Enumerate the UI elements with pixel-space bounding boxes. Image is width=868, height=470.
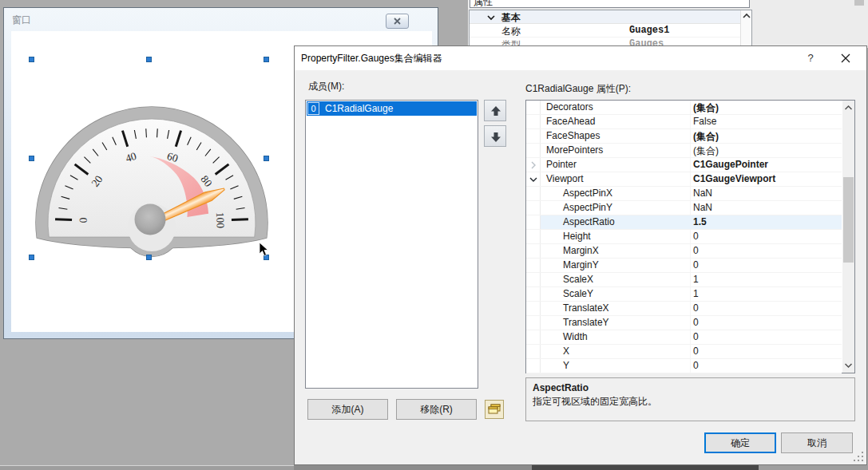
expander-collapsed-icon[interactable] [529, 161, 537, 169]
property-row[interactable]: MorePointers(集合) [526, 144, 842, 158]
property-row[interactable]: AspectPinYNaN [526, 201, 842, 215]
property-value: 0 [693, 331, 699, 342]
property-row[interactable]: ViewportC1GaugeViewport [526, 172, 842, 187]
properties-search-box[interactable]: 属性 [470, 0, 750, 8]
designer-window-title: 窗口 [12, 14, 31, 27]
property-name: Decorators [546, 101, 593, 113]
member-list-item[interactable]: 0 C1RadialGauge [307, 101, 477, 116]
selection-handle[interactable] [29, 255, 34, 260]
property-value: 1.5 [693, 216, 707, 227]
resize-grip[interactable] [854, 452, 865, 463]
ok-button[interactable]: 确定 [704, 432, 776, 453]
property-row[interactable]: Height0 [526, 230, 842, 244]
property-name: AspectPinY [563, 202, 612, 213]
property-name: X [563, 346, 569, 357]
property-row[interactable]: MarginY0 [526, 259, 842, 273]
scroll-up-icon [743, 13, 751, 19]
designer-close-button[interactable] [386, 14, 409, 29]
arrow-up-icon [489, 105, 502, 117]
property-value: (集合) [693, 101, 719, 115]
property-pages-button[interactable] [485, 400, 504, 419]
cancel-button[interactable]: 取消 [781, 432, 853, 453]
selection-handle[interactable] [264, 156, 269, 161]
mini-property-row[interactable]: 名称Guages1 [470, 24, 751, 38]
property-value: 0 [693, 231, 699, 242]
property-value: 0 [693, 317, 699, 328]
property-value: NaN [693, 188, 712, 199]
chevron-down-icon [487, 14, 495, 22]
dialog-close-button[interactable] [841, 53, 850, 63]
radial-gauge-control[interactable]: 020406080100 [32, 100, 271, 263]
property-row[interactable]: PointerC1GaugePointer [526, 158, 842, 172]
property-row[interactable]: Y0 [526, 359, 842, 373]
selection-handle[interactable] [264, 57, 269, 62]
property-description-box: AspectRatio 指定可视区域的固定宽高比。 [525, 377, 855, 421]
property-row[interactable]: Width0 [526, 330, 842, 345]
close-icon [842, 54, 850, 62]
property-value: (集合) [693, 144, 719, 158]
members-listbox[interactable]: 0 C1RadialGauge [305, 100, 478, 389]
add-button[interactable]: 添加(A) [307, 399, 388, 420]
property-name: FaceShapes [546, 130, 600, 141]
close-icon [394, 18, 402, 26]
description-title: AspectRatio [533, 382, 589, 393]
selection-handle[interactable] [29, 156, 34, 161]
arrow-down-icon [489, 131, 502, 143]
dialog-titlebar[interactable]: PropertyFilter.Gauges集合编辑器 ? [295, 46, 866, 70]
property-value: 0 [693, 245, 699, 256]
selection-handle[interactable] [146, 57, 152, 62]
property-name: ScaleY [563, 288, 593, 299]
scrollbar-thumb[interactable] [843, 177, 854, 263]
property-name: FaceAhead [546, 116, 595, 127]
property-name: Width [563, 331, 588, 342]
property-row[interactable]: Decorators(集合) [526, 101, 842, 115]
property-name: TranslateX [563, 302, 609, 314]
property-group-header[interactable]: 基本 [470, 10, 751, 24]
property-row[interactable]: TranslateY0 [526, 316, 842, 330]
property-row[interactable]: ScaleY1 [526, 287, 842, 302]
expander-expanded-icon[interactable] [529, 176, 537, 184]
dialog-title: PropertyFilter.Gauges集合编辑器 [301, 52, 442, 65]
property-name: MarginX [563, 245, 599, 256]
property-row[interactable]: AspectPinXNaN [526, 187, 842, 201]
move-down-button[interactable] [484, 125, 506, 147]
remove-button[interactable]: 移除(R) [396, 399, 477, 420]
property-name: Pointer [546, 159, 577, 170]
property-row[interactable]: TranslateX0 [526, 302, 842, 316]
property-name: Y [563, 360, 569, 371]
property-row[interactable]: FaceAheadFalse [526, 115, 842, 129]
scroll-down-icon [845, 362, 852, 369]
property-grid[interactable]: Decorators(集合)FaceAheadFalseFaceShapes(集… [525, 100, 855, 373]
scroll-up-icon [845, 105, 852, 111]
member-label: C1RadialGauge [325, 103, 393, 114]
property-name: AspectRatio [563, 216, 615, 227]
property-name: Height [563, 231, 591, 242]
property-row[interactable]: AspectRatio1.5 [526, 215, 842, 230]
property-name: Viewport [546, 173, 583, 184]
property-row[interactable]: ScaleX1 [526, 273, 842, 287]
property-grid-scrollbar[interactable] [842, 101, 854, 373]
property-name: MorePointers [546, 144, 603, 156]
selection-handle[interactable] [146, 255, 152, 260]
mini-grid-scrollbar[interactable] [740, 10, 751, 47]
property-value: NaN [693, 202, 712, 213]
property-value: 1 [693, 274, 699, 285]
properties-search-text: 属性 [474, 0, 493, 8]
pane-scrollbar-fragment [854, 0, 864, 6]
property-grid-label: C1RadialGauge 属性(P): [525, 82, 631, 96]
move-up-button[interactable] [484, 100, 506, 121]
property-name: MarginY [563, 259, 599, 271]
property-row[interactable]: X0 [526, 345, 842, 359]
selection-handle[interactable] [29, 57, 34, 62]
properties-pane: 属性 基本 名称Guages1类型Gauges [468, 0, 868, 48]
property-value: 0 [693, 346, 699, 357]
designer-titlebar[interactable]: 窗口 [4, 8, 438, 31]
property-row[interactable]: MarginX0 [526, 244, 842, 259]
bottom-strip [0, 465, 868, 470]
property-value: 1 [693, 288, 699, 299]
dialog-help-button[interactable]: ? [804, 52, 817, 65]
property-name: ScaleX [563, 274, 593, 285]
member-index: 0 [307, 102, 319, 115]
mouse-cursor [259, 242, 269, 257]
property-row[interactable]: FaceShapes(集合) [526, 129, 842, 144]
